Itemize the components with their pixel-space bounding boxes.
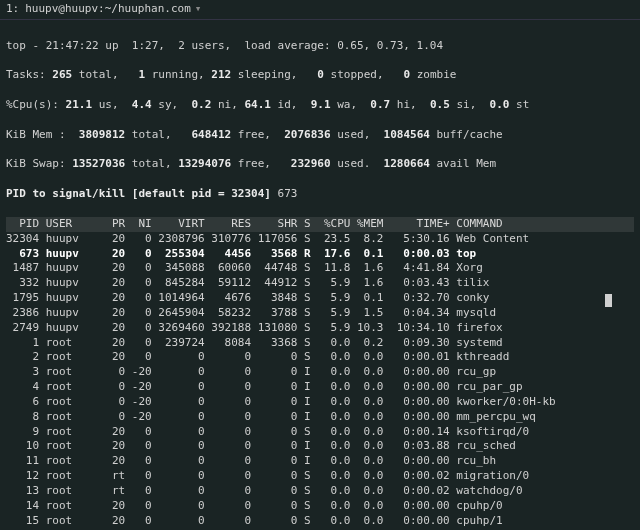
process-row: 673 huupv 20 0 255304 4456 3568 R 17.6 0…: [6, 247, 634, 262]
process-row: 10 root 20 0 0 0 0 I 0.0 0.0 0:03.88 rcu…: [6, 439, 634, 454]
process-row: 6 root 0 -20 0 0 0 I 0.0 0.0 0:00.00 kwo…: [6, 395, 634, 410]
tab-index: 1:: [6, 2, 19, 17]
process-row: 2 root 20 0 0 0 0 S 0.0 0.0 0:00.01 kthr…: [6, 350, 634, 365]
process-row: 11 root 20 0 0 0 0 I 0.0 0.0 0:00.00 rcu…: [6, 454, 634, 469]
process-row: 8 root 0 -20 0 0 0 I 0.0 0.0 0:00.00 mm_…: [6, 410, 634, 425]
process-row: 2749 huupv 20 0 3269460 392188 131080 S …: [6, 321, 634, 336]
top-uptime-line: top - 21:47:22 up 1:27, 2 users, load av…: [6, 39, 634, 54]
process-table-body: 32304 huupv 20 0 2308796 310776 117056 S…: [6, 232, 634, 530]
process-row: 32304 huupv 20 0 2308796 310776 117056 S…: [6, 232, 634, 247]
process-row: 1 root 20 0 239724 8084 3368 S 0.0 0.2 0…: [6, 336, 634, 351]
process-row: 4 root 0 -20 0 0 0 I 0.0 0.0 0:00.00 rcu…: [6, 380, 634, 395]
terminal-titlebar: 1: huupv@huupv:~/huuphan.com ▾: [0, 0, 640, 20]
process-row: 2386 huupv 20 0 2645904 58232 3788 S 5.9…: [6, 306, 634, 321]
text-cursor-icon: [605, 294, 612, 307]
chevron-down-icon[interactable]: ▾: [195, 2, 202, 17]
process-table-header: PID USER PR NI VIRT RES SHR S %CPU %MEM …: [6, 217, 634, 232]
process-row: 12 root rt 0 0 0 0 S 0.0 0.0 0:00.02 mig…: [6, 469, 634, 484]
process-row: 9 root 20 0 0 0 0 S 0.0 0.0 0:00.14 ksof…: [6, 425, 634, 440]
process-row: 13 root rt 0 0 0 0 S 0.0 0.0 0:00.02 wat…: [6, 484, 634, 499]
process-row: 14 root 20 0 0 0 0 S 0.0 0.0 0:00.00 cpu…: [6, 499, 634, 514]
kill-pid-input[interactable]: 673: [278, 187, 298, 200]
top-tasks-line: Tasks: 265 total, 1 running, 212 sleepin…: [6, 68, 634, 83]
process-row: 15 root 20 0 0 0 0 S 0.0 0.0 0:00.00 cpu…: [6, 514, 634, 529]
top-mem-line: KiB Mem : 3809812 total, 648412 free, 20…: [6, 128, 634, 143]
terminal-output[interactable]: top - 21:47:22 up 1:27, 2 users, load av…: [0, 20, 640, 530]
process-row: 1487 huupv 20 0 345088 60060 44748 S 11.…: [6, 261, 634, 276]
process-row: 332 huupv 20 0 845284 59112 44912 S 5.9 …: [6, 276, 634, 291]
tab-title: huupv@huupv:~/huuphan.com: [25, 2, 191, 17]
process-row: 3 root 0 -20 0 0 0 I 0.0 0.0 0:00.00 rcu…: [6, 365, 634, 380]
kill-prompt-line: PID to signal/kill [default pid = 32304]…: [6, 187, 634, 202]
top-cpu-line: %Cpu(s): 21.1 us, 4.4 sy, 0.2 ni, 64.1 i…: [6, 98, 634, 113]
process-row: 1795 huupv 20 0 1014964 4676 3848 S 5.9 …: [6, 291, 634, 306]
top-swap-line: KiB Swap: 13527036 total, 13294076 free,…: [6, 157, 634, 172]
